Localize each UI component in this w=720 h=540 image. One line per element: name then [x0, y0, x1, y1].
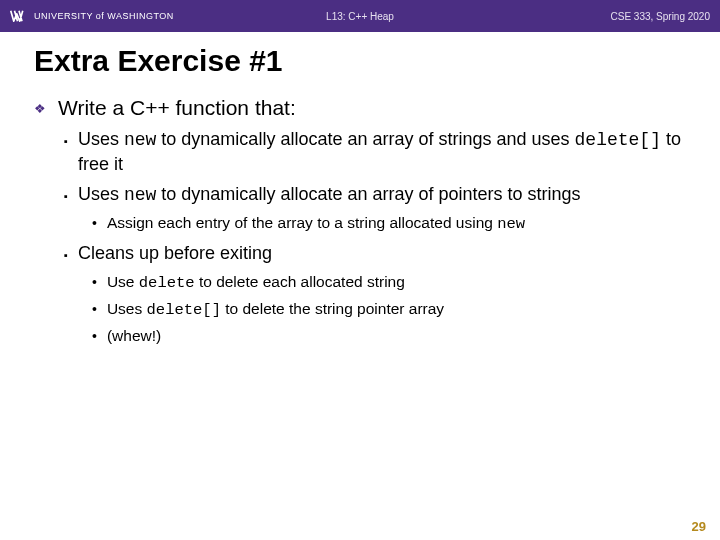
code: delete[] [147, 301, 221, 319]
list-item: • Assign each entry of the array to a st… [92, 212, 686, 235]
level1-text: Write a C++ function that: [58, 94, 296, 122]
slide-body: Extra Exercise #1 ❖ Write a C++ function… [0, 32, 720, 540]
text: Assign each entry of the array to a stri… [107, 214, 497, 231]
level3-list: • Use delete to delete each allocated st… [92, 271, 686, 347]
text: to delete each allocated string [195, 273, 405, 290]
header-bar: UNIVERSITY of WASHINGTON L13: C++ Heap C… [0, 0, 720, 32]
level2-text: Uses new to dynamically allocate an arra… [78, 182, 581, 207]
level2-list: ▪ Uses new to dynamically allocate an ar… [64, 127, 686, 347]
level3-text: Uses delete[] to delete the string point… [107, 298, 444, 321]
level3-text: (whew!) [107, 325, 161, 347]
list-item: ▪ Uses new to dynamically allocate an ar… [64, 127, 686, 176]
level3-text: Assign each entry of the array to a stri… [107, 212, 525, 235]
text: to dynamically allocate an array of poin… [156, 184, 580, 204]
text: to dynamically allocate an array of stri… [156, 129, 574, 149]
course-label: CSE 333, Spring 2020 [610, 11, 710, 22]
text: to delete the string pointer array [221, 300, 444, 317]
code: new [124, 185, 156, 205]
page-number: 29 [692, 519, 706, 534]
dot-bullet-icon: • [92, 325, 97, 347]
text: Uses [78, 129, 124, 149]
level3-list: • Assign each entry of the array to a st… [92, 212, 686, 235]
list-item: • Uses delete[] to delete the string poi… [92, 298, 686, 321]
dot-bullet-icon: • [92, 271, 97, 293]
text: Uses [107, 300, 147, 317]
uw-w-icon [10, 9, 28, 23]
level2-text: Uses new to dynamically allocate an arra… [78, 127, 686, 176]
square-bullet-icon: ▪ [64, 129, 68, 153]
diamond-bullet-icon: ❖ [34, 95, 46, 123]
text: Use [107, 273, 139, 290]
code: delete [139, 274, 195, 292]
level2-text: Cleans up before exiting [78, 241, 272, 265]
page-title: Extra Exercise #1 [34, 44, 686, 78]
list-item: • Use delete to delete each allocated st… [92, 271, 686, 294]
square-bullet-icon: ▪ [64, 243, 68, 267]
slide: UNIVERSITY of WASHINGTON L13: C++ Heap C… [0, 0, 720, 540]
list-item: ▪ Cleans up before exiting • Use delete … [64, 241, 686, 347]
list-item: • (whew!) [92, 325, 686, 347]
square-bullet-icon: ▪ [64, 184, 68, 208]
code: new [497, 215, 525, 233]
code: delete[] [575, 130, 661, 150]
dot-bullet-icon: • [92, 212, 97, 234]
level3-text: Use delete to delete each allocated stri… [107, 271, 405, 294]
uw-logo: UNIVERSITY of WASHINGTON [10, 9, 174, 23]
university-name: UNIVERSITY of WASHINGTON [34, 11, 174, 21]
list-item: ❖ Write a C++ function that: ▪ Uses new … [34, 94, 686, 347]
text: Uses [78, 184, 124, 204]
code: new [124, 130, 156, 150]
list-item: ▪ Uses new to dynamically allocate an ar… [64, 182, 686, 235]
dot-bullet-icon: • [92, 298, 97, 320]
lecture-label: L13: C++ Heap [326, 11, 394, 22]
level1-list: ❖ Write a C++ function that: ▪ Uses new … [34, 94, 686, 347]
